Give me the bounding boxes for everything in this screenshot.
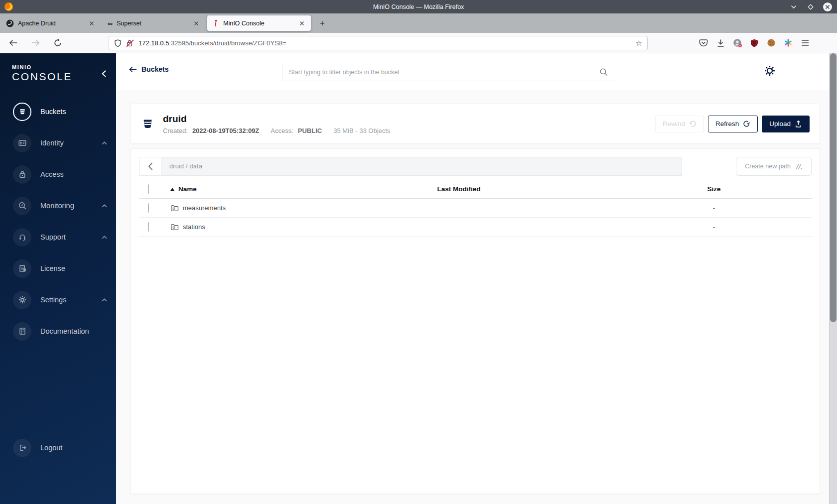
minio-logo: MINIO CONSOLE bbox=[12, 64, 72, 83]
refresh-button-label: Refresh bbox=[715, 120, 739, 127]
upload-button[interactable]: Upload bbox=[762, 116, 810, 132]
rewind-button-label: Rewind bbox=[663, 120, 685, 127]
ublock-icon[interactable] bbox=[747, 36, 761, 50]
downloads-icon[interactable] bbox=[713, 36, 727, 50]
new-tab-button[interactable]: + bbox=[316, 17, 329, 30]
back-to-buckets-link[interactable]: Buckets bbox=[129, 65, 168, 73]
created-value: 2022-08-19T05:32:09Z bbox=[192, 127, 259, 134]
tab-superset[interactable]: ∞ Superset bbox=[103, 15, 205, 31]
scrollbar-thumb[interactable] bbox=[830, 53, 837, 322]
tab-close-icon[interactable] bbox=[191, 18, 201, 28]
window-maximize-button[interactable] bbox=[806, 2, 815, 11]
sidebar-item-documentation[interactable]: Documentation bbox=[13, 320, 108, 342]
console-settings-gear-icon[interactable] bbox=[763, 64, 776, 77]
bookmark-star-icon[interactable]: ☆ bbox=[636, 39, 642, 47]
objects-table: Name Last Modified Size measurements - bbox=[139, 180, 812, 237]
breadcrumb[interactable]: druid / data bbox=[161, 157, 682, 176]
access-label: Access: bbox=[271, 127, 293, 134]
window-titlebar: MinIO Console — Mozilla Firefox bbox=[0, 0, 837, 13]
window-close-button[interactable] bbox=[823, 2, 832, 11]
back-button[interactable] bbox=[6, 36, 20, 50]
shield-icon[interactable] bbox=[114, 39, 122, 47]
logo-console: CONSOLE bbox=[12, 71, 72, 83]
object-size: - bbox=[557, 223, 812, 231]
support-icon bbox=[13, 228, 31, 247]
druid-favicon bbox=[6, 19, 14, 27]
breadcrumb-path: druid / data bbox=[169, 163, 202, 170]
forward-button[interactable] bbox=[28, 36, 42, 50]
object-browser-card: druid / data Create new path Name La bbox=[131, 148, 820, 494]
account-extension-icon[interactable] bbox=[730, 36, 744, 50]
url-bar[interactable]: 172.18.0.5:32595/buckets/druid/browse/ZG… bbox=[109, 36, 648, 50]
chevron-up-icon bbox=[102, 141, 107, 145]
url-text: 172.18.0.5:32595/buckets/druid/browse/ZG… bbox=[139, 39, 631, 47]
back-arrow-icon bbox=[129, 66, 137, 73]
sidebar-item-label: Access bbox=[40, 170, 64, 178]
logout-icon bbox=[13, 439, 31, 457]
tab-label: Superset bbox=[117, 20, 187, 27]
new-path-icon bbox=[795, 163, 803, 170]
sidebar-item-monitoring[interactable]: Monitoring bbox=[13, 195, 108, 217]
created-label: Created: bbox=[163, 127, 188, 134]
table-row[interactable]: measurements - bbox=[139, 199, 812, 218]
create-new-path-label: Create new path bbox=[745, 163, 791, 170]
gear-icon bbox=[13, 291, 31, 309]
table-header-row: Name Last Modified Size bbox=[139, 180, 812, 199]
back-link-label: Buckets bbox=[141, 65, 168, 73]
url-path: :32595/buckets/druid/browse/ZGF0YS8= bbox=[169, 39, 286, 47]
sidebar-item-label: Support bbox=[40, 233, 66, 241]
select-all-checkbox[interactable] bbox=[148, 184, 149, 194]
tab-label: Apache Druid bbox=[18, 20, 83, 27]
object-name: stations bbox=[183, 223, 205, 231]
tab-apache-druid[interactable]: Apache Druid bbox=[1, 15, 101, 31]
folder-icon bbox=[170, 204, 179, 212]
chevron-up-icon bbox=[102, 204, 107, 208]
reload-button[interactable] bbox=[51, 36, 65, 50]
browser-toolbar: 172.18.0.5:32595/buckets/druid/browse/ZG… bbox=[0, 33, 837, 53]
sidebar-item-label: Documentation bbox=[40, 327, 89, 335]
bucket-usage: 35 MiB - 33 Objects bbox=[333, 127, 390, 134]
sort-ascending-icon bbox=[170, 188, 174, 191]
row-checkbox[interactable] bbox=[148, 203, 149, 213]
table-row[interactable]: stations - bbox=[139, 218, 812, 237]
sidebar-item-label: Settings bbox=[40, 296, 66, 304]
insecure-lock-icon[interactable] bbox=[126, 39, 134, 47]
rewind-button[interactable]: Rewind bbox=[655, 116, 704, 132]
page-scrollbar bbox=[829, 53, 837, 504]
main-content: Buckets druid Created: 2022-08-19T0 bbox=[116, 53, 837, 504]
column-header-size: Size bbox=[557, 185, 812, 193]
sidebar-item-support[interactable]: Support bbox=[13, 226, 108, 248]
access-value: PUBLIC bbox=[298, 127, 322, 134]
filter-objects-search[interactable] bbox=[282, 63, 614, 81]
sidebar-item-identity[interactable]: Identity bbox=[13, 132, 108, 154]
sidebar-item-access[interactable]: Access bbox=[13, 163, 108, 185]
column-header-name[interactable]: Name bbox=[162, 185, 361, 193]
sidebar-item-settings[interactable]: Settings bbox=[13, 289, 108, 311]
search-input[interactable] bbox=[289, 69, 599, 76]
cookie-extension-icon[interactable] bbox=[764, 36, 778, 50]
path-back-button[interactable] bbox=[139, 157, 161, 176]
row-checkbox[interactable] bbox=[148, 222, 149, 232]
sidebar-collapse-button[interactable] bbox=[99, 69, 108, 78]
tab-close-icon[interactable] bbox=[297, 18, 307, 28]
chevron-up-icon bbox=[102, 298, 107, 302]
column-header-last-modified: Last Modified bbox=[361, 185, 557, 193]
sidebar-item-buckets[interactable]: Buckets bbox=[13, 101, 108, 123]
sidebar-item-label: Logout bbox=[40, 444, 62, 452]
tab-bar: Apache Druid ∞ Superset MinIO Console + bbox=[0, 13, 837, 33]
menu-icon[interactable] bbox=[798, 36, 812, 50]
bucket-icon bbox=[13, 103, 31, 121]
folder-icon bbox=[170, 223, 179, 231]
monitoring-icon bbox=[13, 197, 31, 215]
window-minimize-button[interactable] bbox=[789, 2, 798, 11]
tab-minio-console[interactable]: MinIO Console bbox=[207, 15, 311, 31]
pocket-icon[interactable] bbox=[697, 36, 710, 50]
identity-card-icon bbox=[13, 134, 31, 152]
refresh-button[interactable]: Refresh bbox=[708, 116, 758, 132]
sidebar-item-label: Buckets bbox=[40, 108, 66, 116]
create-new-path-button[interactable]: Create new path bbox=[736, 157, 812, 176]
sidebar-item-license[interactable]: License bbox=[13, 257, 108, 279]
tab-close-icon[interactable] bbox=[87, 18, 97, 28]
sidebar-item-logout[interactable]: Logout bbox=[13, 437, 108, 459]
colorful-extension-icon[interactable] bbox=[781, 36, 795, 50]
